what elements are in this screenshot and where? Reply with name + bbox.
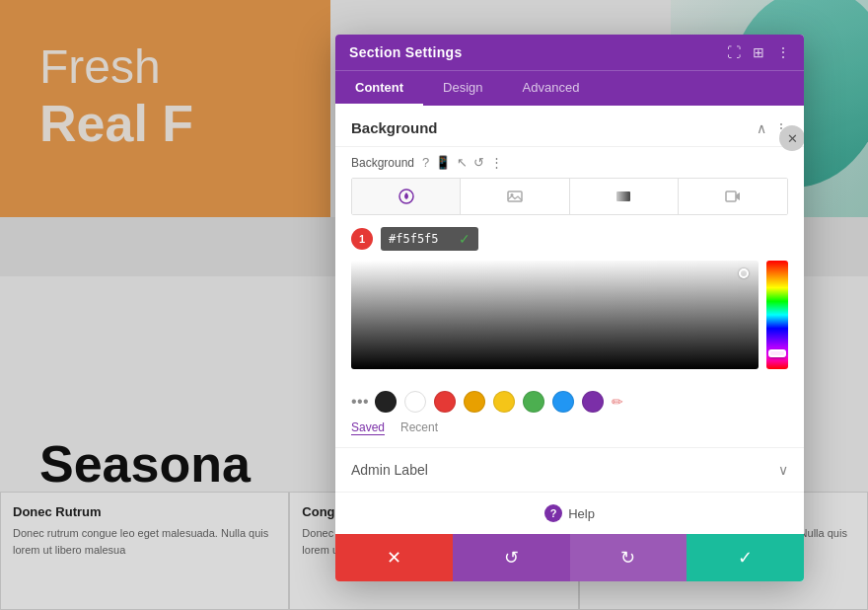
- bg-type-tabs: [351, 178, 788, 215]
- gradient-cursor[interactable]: [739, 268, 749, 278]
- fullscreen-icon[interactable]: ⛶: [727, 44, 741, 60]
- header-icons: ⛶ ⊞ ⋮: [727, 44, 790, 60]
- color-input-row: 1 ✓: [351, 227, 788, 251]
- help-label: Help: [568, 506, 595, 521]
- hue-cursor[interactable]: [768, 349, 786, 357]
- edit-swatch-icon[interactable]: ✏: [612, 394, 623, 410]
- tab-advanced[interactable]: Advanced: [503, 71, 600, 106]
- collapse-icon[interactable]: ∧: [757, 120, 766, 136]
- swatch-purple[interactable]: [582, 391, 604, 413]
- admin-label-section[interactable]: Admin Label ∨: [335, 448, 804, 493]
- panel-title: Section Settings: [349, 44, 462, 60]
- swatch-black[interactable]: [375, 391, 397, 413]
- reset-button[interactable]: ↺: [453, 534, 570, 581]
- help-button[interactable]: ? Help: [544, 504, 595, 522]
- hex-input-wrap[interactable]: ✓: [381, 227, 478, 251]
- undo-icon[interactable]: ↺: [473, 155, 484, 170]
- saved-recent-row: Saved Recent: [335, 417, 804, 448]
- section-title: Background: [351, 119, 438, 136]
- tab-content[interactable]: Content: [335, 71, 423, 106]
- recent-tab[interactable]: Recent: [400, 420, 438, 435]
- help-row: ? Help: [335, 493, 804, 534]
- svg-rect-1: [508, 191, 522, 201]
- mobile-icon[interactable]: 📱: [435, 155, 451, 170]
- hue-slider[interactable]: [766, 261, 788, 369]
- hex-confirm-icon[interactable]: ✓: [459, 231, 470, 247]
- help-question-icon[interactable]: ?: [422, 155, 429, 170]
- color-gradient[interactable]: [351, 261, 759, 369]
- close-button[interactable]: ✕: [779, 125, 804, 151]
- gradient-container[interactable]: [351, 261, 788, 369]
- admin-label-chevron[interactable]: ∨: [778, 462, 788, 478]
- bg-type-image[interactable]: [461, 179, 569, 214]
- more-options-icon[interactable]: ⋮: [490, 155, 503, 170]
- swatch-white[interactable]: [404, 391, 426, 413]
- swatch-blue[interactable]: [552, 391, 574, 413]
- panel-body: Background ∧ ⋮ Background ? 📱 ↖ ↺ ⋮: [335, 106, 804, 581]
- cursor-icon[interactable]: ↖: [457, 155, 468, 170]
- bg-type-color[interactable]: [352, 179, 461, 214]
- panel-header: Section Settings ⛶ ⊞ ⋮: [335, 35, 804, 70]
- swatch-red[interactable]: [434, 391, 456, 413]
- columns-icon[interactable]: ⊞: [753, 44, 764, 60]
- more-icon[interactable]: ⋮: [776, 44, 790, 60]
- panel-tabs: Content Design Advanced: [335, 70, 804, 106]
- background-label: Background: [351, 156, 414, 170]
- saved-tab[interactable]: Saved: [351, 420, 385, 435]
- background-row-icons: ? 📱 ↖ ↺ ⋮: [422, 155, 503, 170]
- svg-rect-3: [616, 191, 630, 201]
- cancel-button[interactable]: ✕: [335, 534, 453, 581]
- swatch-orange[interactable]: [464, 391, 485, 413]
- tab-design[interactable]: Design: [423, 71, 502, 106]
- color-picker-area: 1 ✓: [335, 215, 804, 381]
- swatch-green[interactable]: [523, 391, 544, 413]
- bg-type-gradient[interactable]: [570, 179, 679, 214]
- hex-input[interactable]: [389, 232, 453, 246]
- more-swatches-icon[interactable]: • • •: [351, 393, 367, 411]
- swatch-yellow[interactable]: [493, 391, 515, 413]
- swatches-row: • • • ✏: [335, 381, 804, 417]
- step-badge: 1: [351, 228, 373, 250]
- section-header: Background ∧ ⋮: [335, 106, 804, 147]
- background-row: Background ? 📱 ↖ ↺ ⋮: [335, 147, 804, 178]
- settings-panel: Section Settings ⛶ ⊞ ⋮ Content Design Ad…: [335, 35, 804, 581]
- hue-slider-wrap[interactable]: [766, 261, 788, 369]
- redo-button[interactable]: ↻: [570, 534, 687, 581]
- action-bar: ✕ ↺ ↻ ✓: [335, 534, 804, 581]
- admin-label-title: Admin Label: [351, 462, 428, 478]
- svg-rect-4: [726, 191, 736, 201]
- save-button[interactable]: ✓: [687, 534, 804, 581]
- help-icon: ?: [544, 504, 562, 522]
- bg-type-video[interactable]: [679, 179, 787, 214]
